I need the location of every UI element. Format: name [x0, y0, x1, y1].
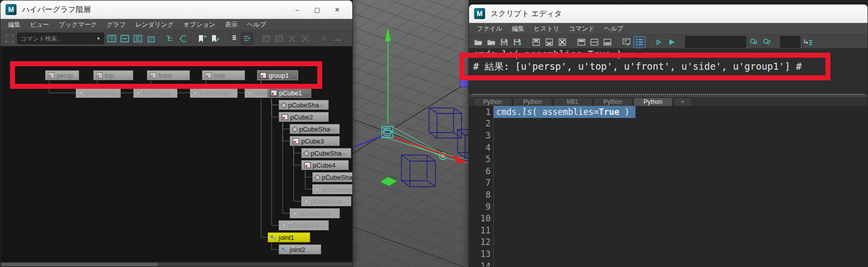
code-line-8[interactable]: 8 — [469, 189, 867, 201]
hypergraph-node-joint1[interactable]: joint1 — [268, 232, 310, 242]
hypergraph-node-pCube4[interactable]: pCube4 — [301, 160, 349, 170]
pane-history-icon[interactable] — [576, 37, 587, 48]
code-line-11[interactable]: 11 — [469, 224, 867, 236]
code-line-1[interactable]: 1cmds.ls( assemblies=True ) — [469, 106, 867, 118]
command-search[interactable]: ▼ — [17, 33, 104, 44]
history-pane[interactable]: cmds.ls( assemblies=True )# 結果: [u'persp… — [469, 48, 867, 95]
hypergraph-node-group1[interactable]: group1 — [257, 70, 298, 80]
pane-splitter[interactable] — [472, 94, 864, 95]
step-dots-icon[interactable] — [332, 33, 343, 44]
layout-lines-icon[interactable] — [132, 33, 143, 44]
clear-input-icon[interactable] — [544, 37, 555, 48]
clear-history-icon[interactable] — [531, 37, 542, 48]
pane-split-icon[interactable] — [589, 37, 600, 48]
script-editor-titlebar[interactable]: M スクリプト エディタ — [469, 5, 867, 23]
script-search[interactable] — [685, 36, 746, 48]
menu-item[interactable]: ファイル — [477, 25, 502, 33]
hypergraph-node-pCubeShape1[interactable]: pCubeSha·· — [279, 100, 329, 110]
hypergraph-node-pCubeShape6[interactable]: pCubeSha·· — [301, 196, 351, 206]
layout-minus-icon[interactable] — [119, 33, 130, 44]
code-line-12[interactable]: 12 — [469, 236, 867, 248]
hypergraph-titlebar[interactable]: M ハイパーグラフ階層 – ▢ ✕ — [1, 1, 352, 19]
hypergraph-node-top[interactable]: top — [93, 70, 133, 80]
menu-item[interactable]: ヘルプ — [604, 25, 623, 33]
goto-line-icon[interactable] — [802, 37, 813, 48]
hypergraph-node-side[interactable]: side — [202, 70, 245, 80]
hypergraph-node-pCube3[interactable]: pCube3 — [290, 136, 340, 146]
code-line-5[interactable]: 5 — [469, 153, 867, 165]
tab-python-0[interactable]: Python — [473, 97, 512, 106]
hypergraph-node-pCubeShape8[interactable]: pCubeSha·· — [279, 220, 329, 230]
menu-item[interactable]: ヘルプ — [247, 21, 266, 29]
play-small-icon[interactable] — [653, 37, 664, 48]
code-line-2[interactable]: 2 — [469, 118, 867, 130]
bookmark-edit-icon[interactable] — [209, 33, 221, 44]
code-line-3[interactable]: 3 — [469, 129, 867, 142]
search-down-icon[interactable] — [748, 37, 759, 48]
bookmark-add-icon[interactable] — [196, 33, 207, 44]
tab-python-1[interactable]: Python — [513, 97, 552, 106]
branch-down-icon[interactable] — [164, 33, 175, 44]
save-icon[interactable] — [499, 37, 510, 48]
play-big-icon[interactable] — [666, 37, 677, 48]
new-tab-button[interactable]: + — [674, 97, 692, 106]
hypergraph-node-joint2[interactable]: joint2 — [279, 244, 321, 254]
hypergraph-node-topShape[interactable]: topShape — [133, 88, 177, 98]
menu-item[interactable]: 表示 — [225, 21, 238, 29]
code-line-7[interactable]: 7 — [469, 177, 867, 189]
hypergraph-node-pCube2[interactable]: pCube2 — [279, 112, 329, 122]
close-button[interactable]: ✕ — [327, 3, 347, 16]
hypergraph-node-pCubeShape4[interactable]: pCubeSha·· — [312, 172, 353, 182]
folder-open-icon[interactable] — [473, 37, 484, 48]
pane-input-icon[interactable] — [602, 37, 613, 48]
dropdown-caret-icon[interactable]: ▼ — [93, 36, 104, 41]
clear-all-icon[interactable] — [557, 37, 568, 48]
menu-item[interactable]: オプション — [183, 21, 215, 29]
cmd-echo-icon[interactable] — [621, 37, 632, 48]
layout-small-icon[interactable] — [145, 33, 156, 44]
maximize-button[interactable]: ▢ — [307, 3, 327, 16]
hypergraph-node-pCubeShape3[interactable]: pCubeSha·· — [301, 148, 351, 158]
menu-item[interactable]: 編集 — [512, 25, 524, 33]
code-line-13[interactable]: 13 — [469, 248, 867, 260]
tab-python-3[interactable]: Python — [593, 97, 632, 106]
menu-item[interactable]: ヒストリ — [534, 25, 559, 33]
menu-item[interactable]: 編集 — [8, 21, 21, 29]
script-search-input[interactable] — [686, 39, 746, 46]
zero-label-icon[interactable]: 0 — [319, 33, 330, 44]
menu-item[interactable]: レンダリング — [135, 21, 174, 29]
menu-item[interactable]: ビュー — [30, 21, 49, 29]
menu-item[interactable]: グラフ — [107, 21, 126, 29]
3d-viewport[interactable] — [353, 0, 469, 267]
orient-arrows-icon[interactable] — [242, 33, 253, 44]
hypergraph-node-pCubeShape5[interactable]: pCubeSha·· — [312, 184, 353, 194]
folder-import-icon[interactable] — [486, 37, 497, 48]
line-numbers-icon[interactable] — [634, 37, 645, 48]
hypergraph-node-pCube1[interactable]: pCube1 — [268, 88, 311, 98]
collapse-arrows-icon[interactable] — [300, 33, 311, 44]
branch-left-icon[interactable] — [177, 33, 188, 44]
code-line-4[interactable]: 4 — [469, 142, 867, 154]
goto-line-field[interactable] — [781, 39, 800, 46]
menu-item[interactable]: コマンド — [569, 25, 594, 33]
hypergraph-node-pCubeShape7[interactable]: pCubeSha·· — [290, 208, 340, 218]
hypergraph-node-pCubeShape2[interactable]: pCubeSha·· — [290, 124, 340, 134]
selection-brackets-icon[interactable] — [4, 33, 15, 44]
layout-dual-icon[interactable] — [106, 33, 117, 44]
hypergraph-node-front[interactable]: front — [147, 70, 190, 80]
code-line-6[interactable]: 6 — [469, 165, 867, 177]
code-editor[interactable]: 1cmds.ls( assemblies=True )2345678910111… — [469, 106, 867, 266]
tab-python-4[interactable]: Python — [633, 97, 673, 106]
hypergraph-node-perspShape[interactable]: perspShape — [76, 88, 121, 98]
command-search-input[interactable] — [18, 35, 93, 42]
code-line-10[interactable]: 10 — [469, 212, 867, 224]
save-as-icon[interactable] — [512, 37, 523, 48]
hypergraph-node-persp[interactable]: persp — [45, 70, 79, 80]
scrollbar-thumb[interactable] — [2, 263, 158, 266]
list-bars-icon[interactable] — [229, 33, 240, 44]
code-line-9[interactable]: 9 — [469, 201, 867, 213]
frame-box-icon[interactable] — [274, 33, 285, 44]
goto-line-box[interactable] — [780, 36, 800, 48]
minimize-button[interactable]: – — [287, 3, 307, 16]
code-line-14[interactable]: 14 — [469, 260, 867, 266]
